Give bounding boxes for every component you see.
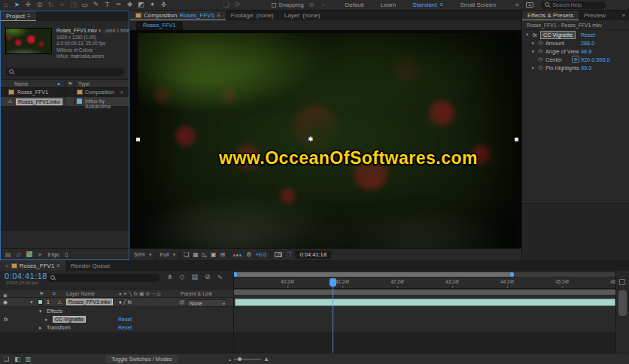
region-of-interest-icon[interactable]: ▣ xyxy=(211,251,217,258)
magnification-dropdown-icon[interactable]: ▾ xyxy=(149,252,152,258)
work-area-bar[interactable] xyxy=(234,290,615,295)
twirl-right-icon[interactable]: ▸ xyxy=(39,325,42,331)
item-name[interactable]: Roses_FFV1 xyxy=(17,89,48,95)
effect-param-center[interactable]: ◷ Center ⊕ 920.0,558.0 xyxy=(522,55,629,63)
show-channel-icon[interactable] xyxy=(233,251,242,258)
layer-handle-right[interactable] xyxy=(515,138,518,141)
expand-in-out-icon[interactable]: ▥ xyxy=(26,356,32,362)
transparency-grid-icon[interactable]: ▦ xyxy=(193,251,199,258)
resolution-dropdown-icon[interactable]: ▾ xyxy=(173,252,176,258)
footage-dropdown-icon[interactable]: ▾ xyxy=(99,28,102,33)
tab-composition[interactable]: Composition Roses_FFV1 ≡ xyxy=(130,11,226,20)
zoom-slider-handle[interactable] xyxy=(238,357,242,361)
expand-av-features-icon[interactable]: ❏ xyxy=(4,356,9,362)
mask-visibility-icon[interactable]: ◺ xyxy=(202,251,207,258)
draft-3d-icon[interactable]: ◇ xyxy=(180,273,185,281)
preview-timecode[interactable]: 0:04:41:18 xyxy=(295,250,330,259)
show-snapshot-icon[interactable]: ❐ xyxy=(286,251,291,258)
comp-marker-bin-icon[interactable] xyxy=(619,279,625,285)
footage-thumbnail[interactable] xyxy=(5,28,52,54)
layer-duration-bar[interactable] xyxy=(235,299,615,306)
tab-layer[interactable]: Layer: (none) xyxy=(279,11,326,20)
tab-footage[interactable]: Footage: (none) xyxy=(226,11,279,20)
effect-name[interactable]: CC Vignette xyxy=(540,31,576,39)
mini-flowchart-icon[interactable]: ⋔ xyxy=(167,273,173,281)
tab-preview[interactable]: Preview xyxy=(579,11,610,20)
selection-tool-icon[interactable]: ➤ xyxy=(11,0,23,10)
clone-stamp-tool-icon[interactable]: ❖ xyxy=(124,0,135,10)
twirl-down-icon[interactable]: ▾ xyxy=(526,32,528,38)
twirl-down-icon[interactable]: ▾ xyxy=(39,308,42,314)
project-bit-depth[interactable]: 8 bpc xyxy=(47,252,59,257)
workspace-learn[interactable]: Learn xyxy=(381,2,396,8)
stopwatch-icon[interactable]: ◷ xyxy=(538,40,542,46)
layer-color-swatch[interactable] xyxy=(38,299,43,305)
new-folder-icon[interactable]: ▱ xyxy=(17,251,21,258)
layer-twirl-icon[interactable]: ▾ xyxy=(30,299,33,305)
effect-reset-link[interactable]: Reset xyxy=(118,317,132,322)
exposure-value[interactable]: +0.0 xyxy=(255,251,266,258)
work-area-end-handle[interactable] xyxy=(510,272,514,277)
roto-brush-tool-icon[interactable]: ✦ xyxy=(147,0,158,10)
graph-editor-icon[interactable]: ∿ xyxy=(217,273,223,281)
composition-stage[interactable]: www.OcceanOfSoftwares.com ✱ xyxy=(130,30,521,248)
column-parent-link[interactable]: Parent & Link xyxy=(181,291,212,296)
panel-menu-icon[interactable]: ≡ xyxy=(27,13,31,20)
effect-param-angle-of-view[interactable]: ▸ ◷ Angle of View 48.8 xyxy=(522,47,629,55)
twirl-right-icon[interactable]: ▸ xyxy=(532,65,534,71)
stopwatch-icon[interactable]: ◷ xyxy=(538,48,542,54)
effect-header-row[interactable]: ▾ fx CC Vignette Reset xyxy=(522,30,629,38)
layer-eye-icon[interactable]: ◉ xyxy=(3,299,8,305)
new-composition-icon[interactable] xyxy=(26,251,32,257)
resolution-value[interactable]: Full xyxy=(160,251,169,258)
item-name[interactable]: Roses_FFV1.mkv xyxy=(16,99,62,105)
snapping-checkbox[interactable] xyxy=(272,3,276,8)
timeline-vertical-scrollbar[interactable] xyxy=(618,290,627,316)
parent-dropdown[interactable]: None▾ xyxy=(187,299,227,307)
safe-margins-icon[interactable]: ❏ xyxy=(184,251,189,258)
composition-image[interactable] xyxy=(138,33,517,248)
sort-ascending-icon[interactable]: ▲ xyxy=(56,81,61,86)
playhead-line[interactable] xyxy=(333,287,333,353)
layer-row[interactable]: ◉ ▾ 1 ⚠ Roses_FFV1.mkv ♦ ╱ fx @ None▾ xyxy=(0,298,233,307)
fast-previews-gear-icon[interactable]: ⚙ xyxy=(246,251,251,258)
workspace-standard[interactable]: Standard xyxy=(412,2,436,8)
zoom-in-mountain-icon[interactable]: ▲ xyxy=(263,356,269,362)
zoom-tool-icon[interactable]: ⊙ xyxy=(34,0,45,10)
screen-layout-icon[interactable] xyxy=(526,2,533,8)
hide-shy-layers-icon[interactable]: ▤ xyxy=(191,273,198,281)
effects-group-label[interactable]: Effects xyxy=(47,308,62,314)
expand-transfer-controls-icon[interactable]: ◧ xyxy=(14,356,20,362)
effect-row-label[interactable]: CC Vignette xyxy=(53,316,86,323)
guides-icon[interactable]: ⊞ xyxy=(220,251,226,258)
eraser-tool-icon[interactable]: ◩ xyxy=(135,0,147,10)
layer-name[interactable]: Roses_FFV1.mkv xyxy=(66,299,113,305)
effect-reset-link[interactable]: Reset xyxy=(581,32,595,38)
effect-param-amount[interactable]: ▸ ◷ Amount 288.0 xyxy=(522,38,629,47)
trash-icon[interactable]: ▯ xyxy=(65,251,68,258)
current-timecode[interactable]: 0:04:41:18 xyxy=(5,271,47,281)
column-track-divider[interactable] xyxy=(233,271,234,353)
close-tab-icon[interactable]: × xyxy=(5,262,9,269)
rotate-view-icon[interactable]: ⟳ xyxy=(232,0,243,10)
panel-menu-icon[interactable]: ≡ xyxy=(217,12,220,19)
toggle-switches-modes-button[interactable]: Toggle Switches / Modes xyxy=(105,355,178,363)
time-ruler[interactable]: 40:24f 41:24f 42:24f 43:24f 44:24f 45:24… xyxy=(233,278,615,289)
tab-overflow-icon[interactable]: » xyxy=(618,11,629,20)
workspace-overflow-icon[interactable]: » xyxy=(515,2,518,8)
effect-param-pin-highlights[interactable]: ▸ ◷ Pin Highlights 99.0 xyxy=(522,63,629,71)
layer-handle-left[interactable] xyxy=(136,138,140,141)
workspace-small-screen[interactable]: Small Screen xyxy=(460,2,496,8)
param-value[interactable]: 99.0 xyxy=(581,65,591,71)
project-item-composition[interactable]: Roses_FFV1 Composition ✳ xyxy=(1,88,129,97)
viewer-subtab-roses[interactable]: Roses_FFV1 xyxy=(136,21,183,30)
layer-switches[interactable]: ♦ ╱ fx xyxy=(119,299,132,305)
stopwatch-icon[interactable]: ◷ xyxy=(538,56,542,62)
shape-tool-icon[interactable]: ▭ xyxy=(79,0,90,10)
scrollbar-thumb[interactable] xyxy=(233,272,514,277)
twirl-right-icon[interactable]: ▸ xyxy=(45,317,48,323)
column-layer-name[interactable]: Layer Name xyxy=(66,291,95,296)
timeline-search-box[interactable] xyxy=(47,274,160,282)
pickwhip-icon[interactable]: @ xyxy=(179,299,184,305)
snapshot-camera-icon[interactable] xyxy=(275,252,282,257)
